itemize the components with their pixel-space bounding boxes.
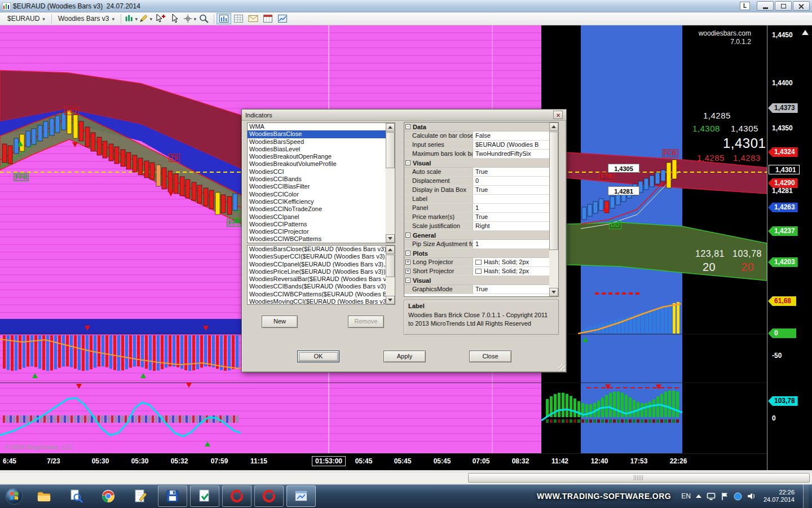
dialog-titlebar[interactable]: Indicators [242, 110, 566, 121]
configured-indicator-item[interactable]: WoodiesCCIpanel($EURAUD (Woodies Bars v3… [248, 261, 386, 268]
scroll-down-button[interactable] [386, 234, 395, 243]
app-tray-icon[interactable] [734, 492, 742, 501]
drawing-tools-button[interactable]: ▼ [138, 13, 153, 24]
explorer-taskbar-button[interactable] [29, 485, 59, 507]
price-marker[interactable]: 61,68 [768, 296, 796, 306]
property-row-graphicsmode[interactable]: GraphicsModeTrue [404, 285, 549, 294]
property-value[interactable]: 0 [473, 177, 549, 185]
property-section-data[interactable]: -Data [404, 122, 549, 132]
property-row-maximum-bars-look-bac[interactable]: Maximum bars look bacTwoHundredFiftySix [404, 150, 549, 159]
property-row-scale-justification[interactable]: Scale justificationRight [404, 222, 549, 231]
property-value[interactable]: True [473, 213, 549, 221]
price-marker[interactable]: 103,78 [768, 396, 798, 406]
collapse-icon[interactable]: - [405, 278, 411, 283]
list-scrollbar[interactable] [386, 123, 395, 243]
property-row-label[interactable]: Label [404, 195, 549, 204]
available-indicator-item[interactable]: WoodiesCCIBiasFilter [248, 183, 386, 190]
scrollbar-thumb[interactable] [549, 132, 558, 250]
chevron-down-icon[interactable]: ▼ [149, 17, 152, 21]
property-value[interactable]: TwoHundredFiftySix [473, 150, 549, 158]
chart-window-taskbar-button[interactable] [286, 485, 316, 507]
available-indicator-item[interactable]: WoodiesCCIpanel [248, 213, 386, 221]
mini-chart-button[interactable] [275, 13, 290, 24]
property-row-panel[interactable]: Panel1 [404, 204, 549, 213]
property-value[interactable]: Hash; Solid; 2px [473, 258, 549, 266]
available-indicator-item[interactable]: WoodiesCCIProjector [248, 228, 386, 235]
property-row-short-projector[interactable]: +Short ProjectorHash; Solid; 2px [404, 267, 549, 276]
price-marker[interactable]: 0 [768, 329, 796, 338]
scroll-up-button[interactable] [386, 123, 395, 132]
time-axis[interactable]: 6:457/2305:3005:3005:3207:5911:1501:53:0… [0, 453, 767, 470]
price-marker[interactable]: 1,4237 [768, 226, 798, 236]
template-selector[interactable]: Woodies Bars v3 ▼ [54, 13, 118, 24]
crosshair-button[interactable]: ▼ [182, 13, 197, 24]
property-value[interactable]: True [473, 168, 549, 176]
property-value[interactable]: True [473, 186, 549, 194]
property-section-visual[interactable]: -Visual [404, 159, 549, 168]
chart-style-button[interactable]: ▼ [123, 13, 138, 24]
ninjatrader-taskbar-button[interactable] [254, 485, 284, 507]
configured-indicators-list[interactable]: WoodiesBarsClose($EURAUD (Woodies Bars v… [247, 245, 395, 305]
property-row-display-in-data-box[interactable]: Display in Data BoxTrue [404, 186, 549, 195]
property-row-displacement[interactable]: Displacement0 [404, 177, 549, 186]
property-value[interactable] [473, 195, 549, 203]
price-marker[interactable]: 1,4324 [768, 147, 798, 157]
remove-button[interactable]: Remove [348, 316, 384, 328]
configured-indicator-item[interactable]: WoodiesSuperCCI($EURAUD (Woodies Bars v3… [248, 253, 386, 260]
instrument-selector[interactable]: $EURAUD ▼ [3, 13, 49, 24]
configured-indicator-item[interactable]: WoodiesCCIWBCPatterns($EURAUD (Woodies B… [248, 291, 386, 298]
available-indicator-item[interactable]: WoodiesCCIWBCPatterns [248, 235, 386, 243]
property-value[interactable]: True [473, 285, 549, 294]
available-indicator-item[interactable]: WoodiesCCINoTradeZone [248, 205, 386, 213]
tray-chevron-up-icon[interactable] [696, 494, 701, 498]
data-grid-button[interactable] [231, 13, 246, 24]
price-marker[interactable]: 1,4301 [769, 165, 800, 174]
available-indicator-item[interactable]: WMA [248, 123, 386, 130]
collapse-icon[interactable]: - [405, 251, 411, 256]
chart-panel-button[interactable] [217, 13, 231, 24]
property-value[interactable]: Hash; Solid; 2px [473, 267, 549, 275]
list-scrollbar[interactable] [386, 246, 395, 304]
property-section-general[interactable]: -General [404, 231, 549, 240]
available-indicator-item[interactable]: WoodiesCCI [248, 168, 386, 176]
expand-icon[interactable]: + [405, 269, 411, 274]
available-indicator-item[interactable]: WoodiesCCIKefficiency [248, 198, 386, 205]
scroll-up-button[interactable] [549, 122, 558, 131]
start-button[interactable] [1, 484, 27, 508]
configured-indicator-item[interactable]: WoodiesBarsClose($EURAUD (Woodies Bars v… [248, 246, 386, 253]
apply-button[interactable]: Apply [383, 351, 426, 362]
property-row-price-marker-s[interactable]: Price marker(s)True [404, 213, 549, 222]
property-value[interactable]: Right [473, 222, 549, 230]
resize-gripper[interactable] [558, 364, 565, 371]
property-section-plots[interactable]: -Plots [404, 249, 549, 258]
chrome-taskbar-button[interactable] [94, 485, 123, 507]
maximize-button[interactable] [775, 1, 792, 11]
available-indicators-list[interactable]: WMAWoodiesBarsCloseWoodiesBarsSpeedWoodi… [247, 122, 395, 243]
configured-indicator-item[interactable]: WoodiesMovingCCI($EURAUD (Woodies Bars v… [248, 298, 386, 304]
property-value[interactable]: False [473, 132, 549, 140]
property-section-visual[interactable]: -Visual [404, 276, 549, 285]
export-taskbar-button[interactable] [190, 485, 219, 507]
zoom-button[interactable] [197, 13, 211, 24]
available-indicator-item[interactable]: WoodiesCCIPatterns [248, 221, 386, 228]
volume-icon[interactable] [747, 492, 756, 500]
grid-scrollbar[interactable] [549, 122, 558, 296]
close-dialog-button[interactable]: Close [469, 351, 511, 362]
taskbar-clock[interactable]: 22:26 24.07.2014 [764, 489, 795, 503]
collapse-icon[interactable]: - [405, 233, 411, 238]
configured-indicator-item[interactable]: WoodiesPriceLine($EURAUD (Woodies Bars v… [248, 268, 386, 275]
available-indicator-item[interactable]: WoodiesCCIColor [248, 191, 386, 198]
configured-indicator-item[interactable]: WoodiesCCIBands($EURAUD (Woodies Bars v3… [248, 283, 386, 290]
language-indicator[interactable]: EN [681, 492, 691, 500]
scrollbar-thumb[interactable] [386, 132, 395, 168]
price-marker[interactable]: 1,4373 [768, 103, 798, 113]
mail-button[interactable] [246, 13, 261, 24]
close-button[interactable] [793, 1, 810, 11]
available-indicator-item[interactable]: WoodiesBreakoutVolumeProfile [248, 160, 386, 168]
available-indicator-item[interactable]: WoodiesCCIBands [248, 176, 386, 183]
action-center-flag-icon[interactable] [721, 492, 729, 501]
property-value[interactable]: $EURAUD (Woodies B [473, 141, 549, 149]
available-indicator-item[interactable]: WoodiesBreakoutOpenRange [248, 153, 386, 160]
ninjatrader-taskbar-button[interactable] [222, 485, 251, 507]
pointer-button[interactable] [167, 13, 182, 24]
